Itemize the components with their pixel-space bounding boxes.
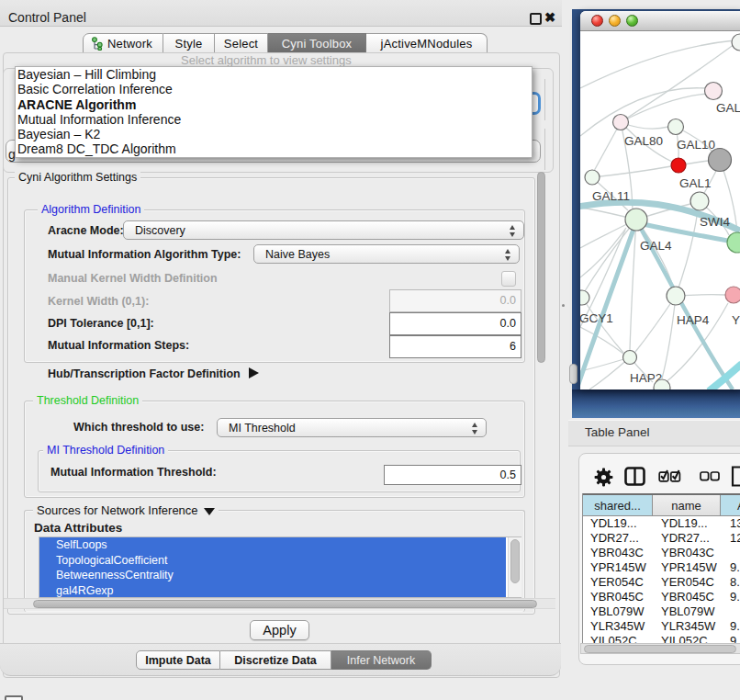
network-window-titlebar[interactable] [580, 11, 740, 31]
data-attributes-list[interactable]: SelfLoopsTopologicalCoefficientBetweenne… [39, 536, 521, 598]
network-edge[interactable] [585, 220, 636, 291]
attribute-list-item[interactable]: gal4RGexp [39, 583, 506, 599]
table-row[interactable]: YDL19...YDL19...13 [583, 516, 740, 531]
network-edge[interactable] [662, 296, 676, 378]
network-node-hap2[interactable] [623, 351, 637, 365]
attribute-list-scrollbar-thumb[interactable] [510, 539, 520, 583]
collapse-down-icon [204, 508, 215, 515]
network-node-gcy1[interactable] [580, 290, 589, 305]
float-window-icon[interactable] [530, 13, 542, 25]
network-node[interactable] [727, 232, 740, 253]
settings-horizontal-scrollbar-thumb[interactable] [33, 600, 537, 608]
table-row[interactable]: YPR145WYPR145W9. [583, 560, 740, 575]
network-node[interactable] [732, 34, 740, 51]
tab-cyni-toolbox[interactable]: Cyni Toolbox [268, 33, 366, 53]
table-row[interactable]: YBR045CYBR045C9. [583, 589, 740, 604]
attribute-list-item[interactable]: TopologicalCoefficient [39, 553, 506, 569]
export-table-icon[interactable] [731, 466, 740, 487]
network-node-gal4[interactable] [625, 209, 647, 231]
network-edge[interactable] [589, 357, 630, 390]
network-edge[interactable] [709, 364, 740, 390]
bottom-tab-discretize-data[interactable]: Discretize Data [220, 650, 331, 670]
close-icon[interactable]: ✖ [544, 7, 555, 28]
split-columns-icon[interactable] [624, 467, 645, 486]
column-header-name[interactable]: name [653, 495, 721, 515]
settings-group-title: Cyni Algorithm Settings [15, 171, 140, 185]
algorithm-popup-list: Bayesian – Hill ClimbingBasic Correlatio… [15, 66, 533, 158]
mi-steps-field[interactable]: 6 [389, 335, 522, 358]
tab-select[interactable]: Select [215, 33, 268, 53]
apply-button[interactable]: Apply [250, 620, 309, 640]
splitpane-dot[interactable] [562, 304, 565, 307]
network-node-label: Y [732, 313, 740, 327]
gear-icon[interactable] [594, 468, 613, 487]
screen: Control Panel ✖ NetworkStyleSelectCyni T… [0, 0, 740, 700]
kernel-width-field[interactable]: 0.0 [389, 289, 522, 312]
table-row[interactable]: YBL079WYBL079W [583, 604, 740, 618]
tab-jactivemnodules[interactable]: jActiveMNodules [366, 33, 488, 53]
table-cell: YLR345W [653, 618, 721, 633]
bottom-tab-infer-network[interactable]: Infer Network [331, 650, 432, 670]
mi-threshold-field[interactable]: 0.5 [384, 465, 521, 486]
column-header-shared[interactable]: shared... [583, 495, 653, 515]
zoom-traffic-light[interactable] [626, 15, 638, 27]
attribute-list-item[interactable]: SelfLoops [39, 537, 506, 553]
mi-type-combobox[interactable]: Naive Bayes [253, 244, 520, 264]
minimize-traffic-light[interactable] [609, 15, 621, 27]
network-node-gal80[interactable] [613, 115, 629, 130]
mi-threshold-value: 0.5 [500, 469, 516, 481]
aracne-mode-combobox[interactable]: Discovery [123, 220, 524, 240]
network-node-gal[interactable] [705, 83, 723, 100]
dpi-tolerance-field[interactable]: 0.0 [389, 312, 522, 335]
network-node-hap4[interactable] [667, 287, 685, 305]
table-cell: 9. [721, 589, 740, 604]
network-node[interactable] [709, 149, 732, 172]
column-header-a[interactable]: A [721, 495, 740, 515]
network-node-gal1[interactable] [671, 158, 686, 173]
network-edge[interactable] [580, 40, 734, 88]
algorithm-option[interactable]: Bayesian – K2 [16, 127, 532, 141]
splitpane-divider-handle[interactable] [569, 364, 577, 384]
network-node-label: HAP4 [677, 313, 710, 327]
minimized-panel-icon[interactable] [5, 695, 23, 700]
algorithm-combobox-prompt[interactable]: Select algorithm to view settings [181, 53, 475, 67]
tab-network[interactable]: Network [83, 33, 163, 53]
table-row[interactable]: YBR043CYBR043C [583, 546, 740, 560]
algorithm-option[interactable]: Mutual Information Inference [16, 112, 532, 127]
network-node-swi4[interactable] [690, 192, 709, 210]
bottom-tab-impute-data[interactable]: Impute Data [136, 650, 220, 670]
settings-vertical-scrollbar-thumb[interactable] [537, 172, 545, 363]
network-edge[interactable] [582, 298, 623, 353]
table-cell: YDR27... [583, 531, 653, 546]
network-canvas[interactable]: GALGAL80GAL10GAL1GAL11GAL4SWI4GCY1HAP4YH… [580, 31, 740, 390]
deselect-all-icon[interactable] [700, 471, 720, 481]
network-node-label: SWI4 [700, 215, 730, 229]
which-threshold-combobox[interactable]: MI Threshold [217, 418, 487, 437]
algorithm-option[interactable]: Dream8 DC_TDC Algorithm [16, 141, 532, 156]
network-edge[interactable] [676, 210, 698, 296]
network-edge[interactable] [621, 94, 707, 122]
expand-right-icon[interactable] [249, 367, 259, 378]
manual-kernel-checkbox[interactable] [501, 271, 516, 287]
algorithm-option[interactable]: Bayesian – Hill Climbing [16, 67, 532, 82]
algorithm-option[interactable]: ARACNE Algorithm [16, 97, 532, 112]
algorithm-option[interactable]: Basic Correlation Inference [16, 82, 532, 96]
aracne-mode-label: Aracne Mode: [48, 224, 124, 237]
network-node-y[interactable] [725, 287, 740, 303]
table-horizontal-scrollbar-thumb[interactable] [584, 645, 736, 653]
sources-group-title[interactable]: Sources for Network Inference [33, 503, 219, 517]
tab-style[interactable]: Style [163, 33, 215, 53]
network-node-gal11[interactable] [585, 170, 600, 185]
network-edge[interactable] [580, 327, 623, 354]
close-traffic-light[interactable] [591, 15, 603, 27]
table-row[interactable]: YLR345WYLR345W9. [583, 618, 740, 633]
table-row[interactable]: YDR27...YDR27...12 [583, 531, 740, 546]
select-all-icon[interactable] [658, 469, 681, 483]
attribute-list-item[interactable]: BetweennessCentrality [39, 568, 506, 583]
table-row[interactable]: YER054CYER054C8. [583, 575, 740, 590]
table-body: YDL19...YDL19...13YDR27...YDR27...12YBR0… [583, 516, 740, 648]
kernel-width-value: 0.0 [500, 294, 516, 307]
table-cell: YBL079W [583, 604, 653, 618]
network-node-gal10[interactable] [668, 119, 684, 135]
network-edge[interactable] [592, 166, 671, 177]
